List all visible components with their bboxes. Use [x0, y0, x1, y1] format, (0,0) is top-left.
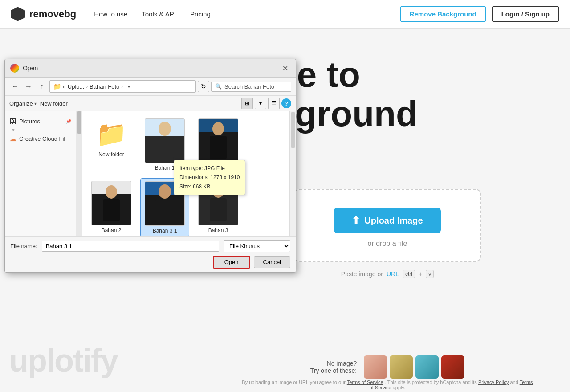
breadcrumb-folder-icon: 📁: [53, 83, 61, 90]
refresh-button[interactable]: ↻: [198, 81, 209, 92]
files-scrollbar-thumb: [291, 112, 295, 148]
sidebar-item-pictures-label: Pictures: [19, 118, 40, 125]
breadcrumb-bar: 📁 « Uplo... › Bahan Foto › ▾: [49, 80, 196, 93]
chrome-icon: [10, 64, 19, 73]
dialog-body: 🖼 Pictures 📌 ▼ ☁ Creative Cloud Fil: [5, 111, 296, 236]
breadcrumb-sep2: ›: [121, 84, 123, 89]
file-label-bahan3: Bahan 3: [208, 227, 228, 233]
file-item-new-folder[interactable]: 📁 New folder: [87, 116, 136, 174]
pictures-icon: 🖼: [9, 117, 16, 125]
svg-point-6: [159, 184, 171, 199]
view-thumbnails-button[interactable]: ⊞: [241, 98, 253, 109]
login-signup-button[interactable]: Login / Sign up: [492, 6, 559, 22]
tooltip-dimensions: Dimensions: 1273 x 1910: [179, 173, 240, 182]
sidebar-item-pictures[interactable]: 🖼 Pictures 📌: [5, 115, 76, 127]
file-thumb-bahan21: [198, 118, 238, 163]
footer-row1: File name: File Khusus: [10, 240, 290, 252]
svg-rect-7: [155, 199, 174, 222]
cancel-button[interactable]: Cancel: [254, 256, 290, 268]
search-icon: 🔍: [215, 83, 222, 90]
svg-point-2: [212, 122, 224, 135]
navbar-right: Remove Background Login / Sign up: [400, 6, 559, 22]
file-item-bahan2[interactable]: Bahan 2: [87, 178, 136, 236]
footer-row2: Open Cancel: [10, 256, 290, 269]
open-button[interactable]: Open: [213, 256, 250, 269]
person-svg-bahan21: [203, 121, 234, 161]
folder-icon: 📁: [96, 119, 127, 149]
svg-rect-5: [103, 199, 120, 221]
person-svg-bahan2: [96, 183, 127, 223]
dialog-title: Open: [23, 65, 276, 72]
navbar-left: removebg How to use Tools & API Pricing: [11, 7, 211, 21]
file-label-bahan2: Bahan 2: [102, 227, 122, 233]
view-buttons: ⊞ ▾ ☰ ?: [241, 98, 291, 109]
sidebar-item-creative-cloud-label: Creative Cloud Fil: [19, 135, 65, 142]
help-button[interactable]: ?: [281, 98, 291, 108]
logo-icon: [11, 7, 25, 21]
view-details-button[interactable]: ☰: [268, 98, 280, 109]
sidebar-scrollbar-thumb: [77, 111, 81, 134]
pin-icon: 📌: [66, 119, 71, 124]
view-dropdown-button[interactable]: ▾: [255, 98, 266, 109]
svg-point-4: [106, 185, 117, 199]
dialog-footer: File name: File Khusus Open Cancel: [5, 236, 296, 272]
svg-rect-3: [210, 136, 227, 159]
back-button[interactable]: ←: [9, 81, 21, 92]
nav-link-how-to-use[interactable]: How to use: [94, 10, 127, 18]
dialog-toolbar: ← → ↑ 📁 « Uplo... › Bahan Foto › ▾ ↻ 🔍 S…: [5, 78, 296, 96]
logo[interactable]: removebg: [11, 7, 76, 21]
filename-input[interactable]: [42, 241, 219, 252]
organize-button[interactable]: Organize ▾: [9, 100, 37, 107]
file-label-bahan1: Bahan 1: [155, 165, 175, 171]
search-placeholder: Search Bahan Foto: [224, 83, 274, 90]
search-box: 🔍 Search Bahan Foto: [211, 82, 291, 92]
file-label-bahan31: Bahan 3 1: [153, 228, 177, 234]
sidebar-panel: 🖼 Pictures 📌 ▼ ☁ Creative Cloud Fil: [5, 111, 76, 236]
breadcrumb-sep1: ›: [86, 84, 88, 89]
creative-cloud-icon: ☁: [9, 135, 16, 143]
nav-link-pricing[interactable]: Pricing: [190, 10, 211, 18]
breadcrumb-dropdown[interactable]: ▾: [125, 82, 134, 91]
tooltip-size: Size: 668 KB: [179, 182, 240, 191]
folder-thumbnail: 📁: [91, 118, 131, 150]
breadcrumb-folder: Bahan Foto: [90, 83, 119, 90]
file-thumb-bahan2: [91, 181, 131, 225]
sidebar-item-creative-cloud[interactable]: ☁ Creative Cloud Fil: [5, 132, 76, 145]
remove-background-button[interactable]: Remove Background: [400, 6, 486, 22]
tooltip-item-type: Item type: JPG File: [179, 164, 240, 173]
navbar: removebg How to use Tools & API Pricing …: [0, 0, 570, 29]
sidebar-scrollbar[interactable]: [76, 111, 82, 236]
nav-links: How to use Tools & API Pricing: [94, 10, 211, 18]
organize-label: Organize: [9, 100, 33, 107]
nav-link-tools-api[interactable]: Tools & API: [142, 10, 176, 18]
filename-label: File name:: [10, 243, 37, 249]
sidebar-expand-icon: ▼: [11, 127, 16, 132]
dialog-close-button[interactable]: ✕: [280, 63, 290, 74]
file-dialog-overlay: Open ✕ ← → ↑ 📁 « Uplo... › Bahan Foto › …: [0, 29, 570, 392]
organize-dropdown-icon: ▾: [34, 101, 37, 106]
file-tooltip: Item type: JPG File Dimensions: 1273 x 1…: [174, 160, 245, 195]
forward-button[interactable]: →: [23, 81, 34, 92]
person-svg-bahan1: [149, 121, 180, 161]
main-content: image to background ⬆ Upload Image or dr…: [0, 29, 570, 392]
file-thumb-bahan1: [145, 118, 185, 163]
new-folder-button[interactable]: New folder: [40, 100, 68, 107]
svg-rect-9: [210, 198, 227, 221]
filetype-select[interactable]: File Khusus: [224, 240, 290, 252]
svg-point-0: [159, 122, 171, 136]
dialog-toolbar2: Organize ▾ New folder ⊞ ▾ ☰ ?: [5, 96, 296, 111]
logo-text: removebg: [29, 8, 76, 20]
file-dialog: Open ✕ ← → ↑ 📁 « Uplo... › Bahan Foto › …: [4, 59, 296, 273]
files-scrollbar[interactable]: [289, 111, 296, 236]
breadcrumb-prefix: « Uplo...: [63, 83, 84, 90]
dialog-titlebar: Open ✕: [5, 59, 296, 78]
file-label-new-folder: New folder: [98, 151, 124, 158]
up-button[interactable]: ↑: [36, 81, 48, 92]
svg-rect-1: [156, 137, 174, 159]
